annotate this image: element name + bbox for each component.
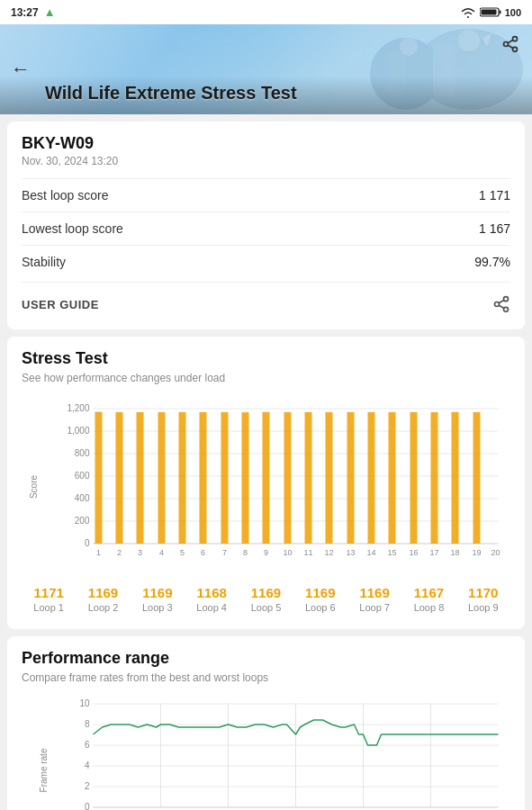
svg-text:1,000: 1,000 [67,426,89,436]
status-left: 13:27 ▲ [11,5,56,19]
svg-rect-34 [95,412,103,544]
stability-row: Stability 99.7% [22,245,510,278]
signal-icon: ▲ [44,5,56,19]
loop-item-1: 1171 Loop 1 [22,585,76,613]
svg-rect-1 [499,11,500,14]
svg-text:18: 18 [450,548,459,557]
device-info-card: BKY-W09 Nov. 30, 2024 13:20 Best loop sc… [7,122,525,329]
svg-rect-52 [473,412,481,544]
svg-rect-37 [158,412,166,544]
perf-range-title: Performance range [22,649,510,668]
svg-text:8: 8 [243,548,248,557]
loop-score-label: Loop 8 [414,602,445,613]
svg-text:10: 10 [283,548,292,557]
svg-text:9: 9 [264,548,268,557]
svg-text:7: 7 [222,548,227,557]
lowest-loop-value: 1 167 [479,221,510,236]
svg-line-19 [499,300,504,302]
svg-rect-41 [242,412,249,544]
svg-text:0: 0 [85,802,90,810]
svg-text:17: 17 [429,548,438,557]
svg-text:1: 1 [96,548,101,557]
svg-point-15 [504,297,509,302]
loop-score-label: Loop 9 [468,602,499,613]
loop-item-6: 1169 Loop 6 [293,585,347,613]
svg-point-7 [458,30,480,51]
stress-y-axis-label: Score [29,474,39,498]
stability-label: Stability [22,255,66,269]
svg-rect-35 [116,412,123,544]
svg-text:19: 19 [472,548,481,557]
loop-score-value: 1169 [142,585,172,600]
svg-rect-36 [137,412,144,544]
wifi-icon [460,6,476,19]
battery-icon [480,6,501,18]
svg-rect-47 [368,412,375,544]
svg-text:1,200: 1,200 [67,403,89,413]
svg-text:400: 400 [75,493,90,503]
svg-point-16 [495,302,500,307]
loop-score-label: Loop 6 [305,602,336,613]
svg-text:20: 20 [491,548,500,557]
loop-score-label: Loop 1 [33,602,64,613]
svg-text:800: 800 [75,448,90,458]
loop-item-2: 1169 Loop 2 [76,585,130,613]
svg-text:8: 8 [85,719,90,729]
svg-text:10: 10 [79,698,90,708]
best-loop-row: Best loop score 1 171 [22,178,510,212]
loop-score-label: Loop 3 [142,602,173,613]
loop-score-label: Loop 5 [251,602,282,613]
svg-line-13 [508,45,513,48]
device-name: BKY-W09 [22,134,510,153]
device-date: Nov. 30, 2024 13:20 [22,155,510,167]
stability-value: 99.7% [474,255,510,269]
loop-score-value: 1169 [359,585,389,600]
perf-range-chart: 10 8 6 4 2 0 0 10 20 30 40 50 Time (seco… [54,695,510,810]
stress-chart: 1,200 1,000 800 600 400 200 0 [54,395,510,557]
svg-rect-39 [200,412,207,544]
svg-rect-45 [326,412,333,544]
user-guide-row[interactable]: USER GUIDE [22,282,510,317]
loop-item-5: 1169 Loop 5 [239,585,293,613]
svg-text:200: 200 [75,516,90,526]
stress-test-title: Stress Test [22,349,510,368]
hero-share-button[interactable] [501,35,519,58]
svg-text:5: 5 [180,548,185,557]
loop-score-label: Loop 2 [88,602,119,613]
svg-text:12: 12 [324,548,333,557]
loop-score-value: 1169 [88,585,118,600]
loop-score-label: Loop 7 [359,602,390,613]
lowest-loop-label: Lowest loop score [22,221,123,236]
loop-score-label: Loop 4 [196,602,227,613]
svg-text:600: 600 [75,471,90,481]
status-right: 100 [460,6,521,19]
user-guide-label: USER GUIDE [22,298,99,311]
loop-score-value: 1167 [414,585,444,600]
svg-text:2: 2 [85,781,90,791]
svg-rect-51 [452,412,459,544]
svg-line-18 [499,305,504,308]
loop-item-8: 1167 Loop 8 [401,585,455,613]
status-bar: 13:27 ▲ 100 [0,0,532,24]
user-guide-share-icon [492,295,510,313]
loop-item-4: 1168 Loop 4 [185,585,239,613]
svg-text:11: 11 [303,548,312,557]
perf-range-card: Performance range Compare frame rates fr… [7,636,525,810]
svg-text:0: 0 [85,538,90,548]
svg-text:6: 6 [201,548,205,557]
loop-score-value: 1168 [196,585,226,600]
svg-line-14 [508,40,513,42]
loop-score-value: 1171 [33,585,63,600]
loop-item-7: 1169 Loop 7 [347,585,401,613]
perf-y-axis-label: Frame rate [39,748,49,792]
hero-title: Wild Life Extreme Stress Test [45,83,519,104]
svg-rect-50 [431,412,438,544]
svg-point-17 [504,307,509,311]
svg-text:4: 4 [85,760,90,770]
svg-text:15: 15 [387,548,396,557]
svg-rect-44 [305,412,312,544]
svg-point-8 [400,38,418,56]
stress-test-card: Stress Test See how performance changes … [7,337,525,629]
svg-point-10 [513,37,518,41]
svg-point-12 [513,47,518,51]
